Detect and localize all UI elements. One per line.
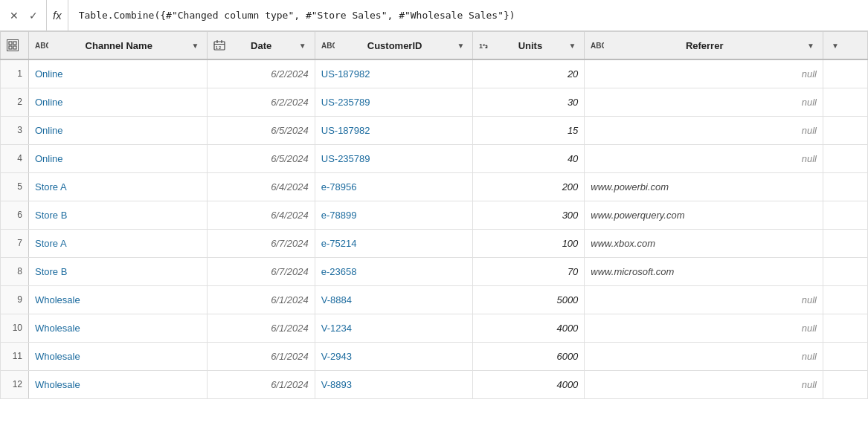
col-dropdown-channel[interactable]: ▼ (189, 39, 201, 51)
col-header-units[interactable]: 1²₃ Units ▼ (473, 32, 585, 60)
units-cell: 20 (473, 59, 585, 88)
date-cell: 6/7/2024 (208, 257, 315, 285)
col-header-date[interactable]: 1 2 Date ▼ (208, 32, 315, 60)
svg-text:1²₃: 1²₃ (479, 42, 488, 50)
extra-cell (823, 116, 868, 144)
data-table: ABC Channel Name ▼ (0, 31, 868, 399)
row-number-cell: 6 (1, 201, 29, 229)
referrer-cell: www.powerbi.com (585, 172, 823, 201)
svg-text:ABC: ABC (321, 42, 335, 50)
channel-cell: Online (29, 59, 208, 88)
channel-cell: Online (29, 144, 208, 172)
table-row: 12Wholesale6/1/2024V-88934000null (1, 370, 868, 398)
row-number-cell: 9 (1, 285, 29, 314)
col-header-channel-name[interactable]: ABC Channel Name ▼ (29, 32, 208, 60)
customerid-cell: V-8893 (315, 370, 473, 398)
row-number-cell: 11 (1, 342, 29, 370)
svg-text:1 2: 1 2 (216, 45, 221, 50)
table-row: 7Store A6/7/2024e-75214100www.xbox.com (1, 229, 868, 257)
referrer-cell: null (585, 144, 823, 172)
table-row: 5Store A6/4/2024e-78956200www.powerbi.co… (1, 172, 868, 201)
date-cell: 6/4/2024 (208, 201, 315, 229)
col-type-icon-date: 1 2 (213, 40, 225, 51)
extra-cell (823, 285, 868, 314)
row-number-cell: 7 (1, 229, 29, 257)
table-row: 11Wholesale6/1/2024V-29436000null (1, 342, 868, 370)
referrer-cell: www.microsoft.com (585, 257, 823, 285)
extra-cell (823, 342, 868, 370)
customerid-cell: e-78899 (315, 201, 473, 229)
referrer-cell: null (585, 59, 823, 88)
table-row: 1Online6/2/2024US-18798220null (1, 59, 868, 88)
col-dropdown-customerid[interactable]: ▼ (454, 39, 466, 51)
units-cell: 30 (473, 88, 585, 116)
units-cell: 70 (473, 257, 585, 285)
close-icon[interactable]: ✕ (6, 7, 22, 24)
channel-cell: Wholesale (29, 285, 208, 314)
col-type-icon-referrer: ABC (591, 40, 604, 51)
date-cell: 6/2/2024 (208, 88, 315, 116)
table-row: 8Store B6/7/2024e-2365870www.microsoft.c… (1, 257, 868, 285)
date-cell: 6/1/2024 (208, 370, 315, 398)
extra-cell (823, 201, 868, 229)
table-row: 3Online6/5/2024US-18798215null (1, 116, 868, 144)
customerid-cell: V-2943 (315, 342, 473, 370)
referrer-cell: null (585, 370, 823, 398)
formula-input[interactable] (73, 10, 862, 21)
check-icon[interactable]: ✓ (25, 7, 42, 24)
customerid-cell: e-78956 (315, 172, 473, 201)
channel-cell: Online (29, 88, 208, 116)
units-cell: 40 (473, 144, 585, 172)
col-label-date: Date (228, 40, 293, 51)
col-header-referrer[interactable]: ABC Referrer ▼ (585, 32, 823, 60)
extra-cell (823, 257, 868, 285)
svg-text:ABC: ABC (35, 42, 48, 50)
date-cell: 6/5/2024 (208, 116, 315, 144)
row-number-cell: 2 (1, 88, 29, 116)
table-body: 1Online6/2/2024US-18798220null2Online6/2… (1, 59, 868, 398)
svg-rect-3 (13, 46, 16, 49)
col-dropdown-units[interactable]: ▼ (566, 39, 578, 51)
units-cell: 300 (473, 201, 585, 229)
channel-cell: Wholesale (29, 370, 208, 398)
channel-cell: Wholesale (29, 314, 208, 342)
row-number-cell: 5 (1, 172, 29, 201)
extra-cell (823, 88, 868, 116)
col-dropdown-referrer[interactable]: ▼ (805, 39, 817, 51)
table-row: 2Online6/2/2024US-23578930null (1, 88, 868, 116)
row-number-cell: 10 (1, 314, 29, 342)
date-cell: 6/1/2024 (208, 342, 315, 370)
units-cell: 5000 (473, 285, 585, 314)
table-container: ABC Channel Name ▼ (0, 31, 868, 440)
col-type-icon-units: 1²₃ (479, 40, 494, 51)
channel-cell: Wholesale (29, 342, 208, 370)
units-cell: 100 (473, 229, 585, 257)
table-row: 6Store B6/4/2024e-78899300www.powerquery… (1, 201, 868, 229)
col-header-customerid[interactable]: ABC CustomerID ▼ (315, 32, 473, 60)
units-cell: 15 (473, 116, 585, 144)
customerid-cell: e-75214 (315, 229, 473, 257)
units-cell: 6000 (473, 342, 585, 370)
customerid-cell: US-187982 (315, 116, 473, 144)
svg-rect-1 (13, 42, 16, 45)
svg-rect-2 (9, 46, 12, 49)
date-cell: 6/4/2024 (208, 172, 315, 201)
customerid-cell: US-235789 (315, 88, 473, 116)
table-header-row: ABC Channel Name ▼ (1, 32, 868, 60)
units-cell: 200 (473, 172, 585, 201)
row-number-header (1, 32, 29, 60)
col-dropdown-extra[interactable]: ▼ (829, 39, 841, 51)
date-cell: 6/1/2024 (208, 314, 315, 342)
channel-cell: Store B (29, 257, 208, 285)
col-dropdown-date[interactable]: ▼ (297, 39, 309, 51)
referrer-cell: null (585, 116, 823, 144)
extra-cell (823, 370, 868, 398)
referrer-cell: www.xbox.com (585, 229, 823, 257)
fx-label: fx (46, 0, 68, 30)
referrer-cell: null (585, 342, 823, 370)
customerid-cell: e-23658 (315, 257, 473, 285)
extra-cell (823, 172, 868, 201)
date-cell: 6/7/2024 (208, 229, 315, 257)
row-number-cell: 1 (1, 59, 29, 88)
extra-cell (823, 229, 868, 257)
